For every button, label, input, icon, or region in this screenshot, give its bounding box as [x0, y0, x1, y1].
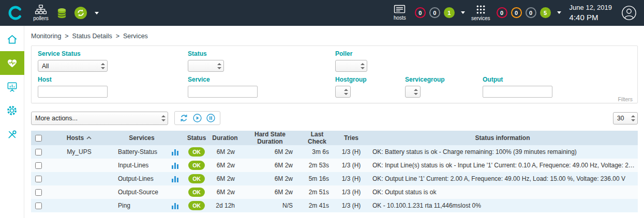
refresh-button[interactable] — [179, 114, 188, 122]
current-date: June 12, 2019 — [570, 4, 612, 12]
row-checkbox-cell — [31, 199, 46, 212]
row-checkbox[interactable] — [35, 176, 42, 182]
header-duration[interactable]: Duration — [209, 131, 241, 145]
output-label: Output — [483, 76, 631, 83]
hostgroup-field: Hostgroup — [335, 76, 405, 98]
last-check-cell: 5m 16s — [299, 172, 335, 185]
monitoring-controls — [174, 111, 220, 125]
pollers-label: pollers — [33, 15, 48, 21]
breadcrumb-services: Services — [123, 33, 148, 40]
header-status-information[interactable]: Status information — [367, 131, 638, 145]
page-size-select[interactable]: 30 — [613, 112, 638, 124]
graph-icon[interactable] — [172, 149, 178, 155]
status-badge: OK — [188, 147, 205, 156]
table-row: PingOK2d 12hN/S2m 41s1/3 (H)OK - 10.100.… — [31, 199, 638, 212]
topbar-right-cluster: hosts 001 services 0005 June 12, 2019 4:… — [391, 4, 637, 22]
filters-panel: Service Status All Status Poller — [31, 45, 638, 103]
status-badge: OK — [188, 174, 205, 183]
header-hard-state-duration[interactable]: Hard State Duration — [241, 131, 299, 145]
poller-status-expand-icon[interactable] — [95, 12, 99, 14]
centreon-logo[interactable] — [5, 6, 26, 20]
more-actions-value: More actions... — [35, 115, 78, 122]
row-checkbox[interactable] — [35, 189, 42, 196]
more-actions-select[interactable]: More actions... — [31, 112, 168, 125]
service-name-cell[interactable]: Ping — [113, 199, 171, 212]
user-avatar[interactable] — [621, 5, 637, 21]
service-input[interactable] — [188, 86, 258, 98]
host-name-cell[interactable]: My_UPS — [46, 145, 113, 159]
breadcrumb-monitoring[interactable]: Monitoring — [31, 33, 72, 40]
servicegroup-select[interactable] — [405, 86, 421, 98]
tools-icon — [6, 129, 18, 141]
duration-cell: 6M 2w — [209, 172, 241, 185]
graph-icon[interactable] — [172, 203, 178, 209]
service-name-cell[interactable]: Input-Lines — [113, 159, 171, 172]
hard-state-duration-cell: 6M 2w — [241, 185, 299, 199]
graph-icon[interactable] — [172, 163, 178, 169]
pollers-menu[interactable]: pollers — [32, 5, 50, 21]
hosts-icon — [394, 5, 406, 14]
status-cell: OK — [184, 185, 209, 199]
service-status-counter[interactable]: 0 — [526, 7, 536, 18]
service-name-cell[interactable]: Output-Source — [113, 185, 171, 199]
output-field: Output — [483, 76, 631, 98]
host-label: Host — [38, 76, 188, 83]
status-information-cell: OK: Output status is ok — [367, 185, 638, 199]
servicegroup-label: Servicegroup — [405, 76, 483, 83]
row-checkbox[interactable] — [35, 203, 42, 209]
status-information-cell: OK: Output Line '1' Current: 2.00 A, Fre… — [367, 172, 638, 185]
breadcrumb-status-details[interactable]: Status Details — [72, 33, 123, 40]
service-status-counter[interactable]: 0 — [497, 7, 507, 18]
row-checkbox[interactable] — [35, 149, 42, 155]
output-input[interactable] — [483, 86, 552, 98]
header-hosts[interactable]: Hosts — [46, 131, 113, 145]
graph-cell — [171, 172, 184, 185]
graph-icon[interactable] — [172, 176, 178, 182]
sidebar-item-configuration[interactable] — [0, 99, 24, 122]
hosts-menu[interactable]: hosts — [391, 5, 409, 21]
duration-cell: 6M 2w — [209, 185, 241, 199]
service-name-cell[interactable]: Battery-Status — [113, 145, 171, 159]
services-label: services — [471, 15, 490, 21]
row-checkbox[interactable] — [35, 162, 42, 169]
header-last-check[interactable]: Last Check — [299, 131, 335, 145]
filters-row-2: Host Service Hostgroup Servicegroup — [38, 76, 631, 98]
host-status-counter[interactable]: 0 — [429, 7, 440, 18]
service-status-counter[interactable]: 0 — [511, 7, 522, 18]
header-tries[interactable]: Tries — [335, 131, 367, 145]
service-status-label: Service Status — [38, 50, 188, 57]
host-status-counter[interactable]: 0 — [415, 7, 426, 18]
filters-row-1: Service Status All Status Poller — [38, 50, 631, 72]
service-status-field: Service Status All — [38, 50, 188, 72]
status-information-cell: OK - 10.100.1.231 rta 11,446mslost 0% — [367, 199, 638, 212]
services-menu[interactable]: services — [471, 5, 490, 21]
table-row: Output-LinesOK6M 2w6M 2w5m 16s1/3 (H)OK:… — [31, 172, 638, 185]
hostgroup-select[interactable] — [335, 86, 351, 98]
host-input[interactable] — [38, 86, 108, 98]
tries-cell: 1/3 (H) — [335, 159, 367, 172]
host-name-cell — [46, 199, 113, 212]
row-checkbox-cell — [31, 185, 46, 199]
sidebar-item-reporting[interactable] — [0, 75, 24, 99]
page-size-value: 30 — [617, 115, 624, 122]
host-status-counter[interactable]: 1 — [444, 7, 455, 18]
database-status-icon[interactable] — [57, 8, 67, 19]
header-services[interactable]: Services — [113, 131, 171, 145]
pause-button[interactable] — [206, 114, 215, 122]
pollers-icon — [35, 5, 47, 14]
hard-state-duration-cell: 6M 2w — [241, 172, 299, 185]
header-status[interactable]: Status — [184, 131, 209, 145]
services-expand-icon[interactable] — [557, 11, 561, 14]
service-status-select[interactable]: All — [38, 60, 108, 72]
sidebar-item-monitoring[interactable] — [0, 51, 24, 75]
status-select[interactable] — [188, 60, 224, 72]
hosts-expand-icon[interactable] — [461, 11, 465, 14]
service-name-cell[interactable]: Output-Lines — [113, 172, 171, 185]
play-button[interactable] — [193, 114, 202, 122]
poller-status-icon[interactable] — [74, 6, 87, 20]
poller-select[interactable] — [335, 60, 367, 72]
sidebar-item-administration[interactable] — [0, 122, 24, 146]
select-all-checkbox[interactable] — [35, 135, 42, 142]
sidebar-item-home[interactable] — [0, 27, 24, 51]
service-status-counter[interactable]: 5 — [540, 7, 551, 18]
